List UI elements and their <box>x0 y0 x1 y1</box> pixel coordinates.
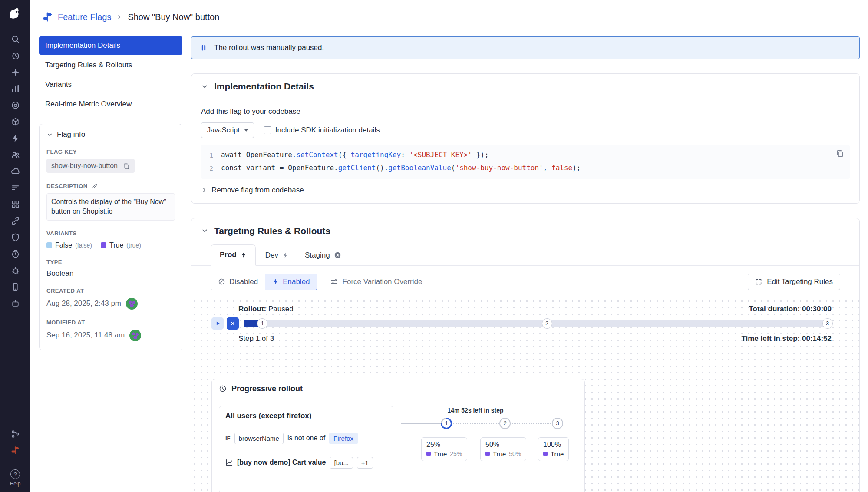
flag-key-value: show-buy-now-button <box>51 162 118 170</box>
security-shield-icon[interactable] <box>11 233 20 242</box>
feature-flags-rail-icon[interactable] <box>10 446 20 455</box>
variant-false: False (false) <box>46 241 92 249</box>
time-left-in-step: Time left in step: 00:14:52 <box>741 334 832 343</box>
slash-circle-icon <box>218 278 225 285</box>
breadcrumb-separator-icon <box>116 13 123 20</box>
rollout-status-row: Rollout: Paused Total duration: 00:30:00 <box>238 305 832 314</box>
type-value: Boolean <box>46 269 175 278</box>
flag-info-header[interactable]: Flag info <box>46 130 175 139</box>
step-variant-name: True <box>551 450 564 458</box>
rule-metric-row: [buy now demo] Cart value [bu... +1 <box>219 451 393 474</box>
step-variant-row: True <box>543 450 564 458</box>
environment-tabs: Prod Dev Staging <box>191 244 859 266</box>
copy-code-icon[interactable] <box>835 149 844 158</box>
datadog-logo-icon[interactable] <box>7 5 24 23</box>
copilot-sparkle-icon[interactable] <box>11 68 20 77</box>
flag-key-label: FLAG KEY <box>46 149 175 155</box>
nav-item-targeting-rules[interactable]: Targeting Rules & Rollouts <box>39 56 182 74</box>
remove-flag-toggle[interactable]: Remove flag from codebase <box>201 186 850 195</box>
force-variation-override-button[interactable]: Force Variation Override <box>330 277 422 286</box>
step-variant-weight: 25% <box>450 450 462 457</box>
edit-targeting-rules-button[interactable]: Edit Targeting Rules <box>748 274 840 290</box>
app-sidebar-rail: ? Help <box>0 0 30 492</box>
logs-icon[interactable] <box>11 183 20 192</box>
flag-left-panel: Implementation Details Targeting Rules &… <box>36 36 182 489</box>
code-line-2: 2const variant = OpenFeature.getClient()… <box>208 162 843 175</box>
rollout-stepper: 14m 52s left in step 1 2 3 25% <box>401 406 578 492</box>
stop-rollout-button[interactable] <box>227 317 239 330</box>
variants-row: False (false) True (true) <box>46 241 175 249</box>
modified-at-value: Sep 16, 2025, 11:48 am <box>46 331 125 340</box>
variant-true-key: (true) <box>126 242 141 249</box>
total-duration: Total duration: 00:30:00 <box>749 305 832 314</box>
bolt-icon <box>272 278 279 285</box>
dashboards-icon[interactable] <box>11 200 20 209</box>
events-icon[interactable] <box>11 134 20 143</box>
line-number: 2 <box>208 162 213 175</box>
targeting-rules-card: Targeting Rules & Rollouts Prod Dev Stag… <box>191 218 860 492</box>
content-row: Implementation Details Targeting Rules &… <box>30 34 868 489</box>
clock-icon <box>219 385 227 393</box>
targeting-rules-header[interactable]: Targeting Rules & Rollouts <box>191 218 859 244</box>
pause-icon <box>200 44 208 52</box>
synthetics-icon[interactable] <box>11 249 20 258</box>
targeting-rules-title: Targeting Rules & Rollouts <box>214 226 330 236</box>
chevron-down-icon <box>46 132 53 138</box>
error-tracking-bug-icon[interactable] <box>11 266 20 275</box>
metric-truncated-pill: [bu... <box>330 457 353 469</box>
breadcrumb-feature-flags-link[interactable]: Feature Flags <box>58 12 111 22</box>
variant-true: True (true) <box>101 241 141 249</box>
nav-item-realtime-metric-overview[interactable]: Real-time Metric Overview <box>39 95 182 113</box>
flag-key-pill: show-buy-now-button <box>46 159 135 173</box>
language-dropdown[interactable]: JavaScript <box>201 122 254 138</box>
code-text: const variant = OpenFeature.getClient().… <box>221 162 581 175</box>
tab-dev[interactable]: Dev <box>258 245 295 265</box>
history-icon[interactable] <box>11 51 20 60</box>
stepper-circle-3: 3 <box>552 418 563 429</box>
stepper-time-left: 14m 52s left in step <box>447 407 503 414</box>
sdk-init-checkbox-row: Include SDK initialization details <box>264 126 380 135</box>
codebase-subtitle: Add this flag to your codebase <box>201 107 850 116</box>
variant-false-key: (false) <box>75 242 92 249</box>
step-variant-name: True <box>434 450 447 458</box>
variant-true-name: True <box>109 241 123 249</box>
integrations-icon[interactable] <box>11 117 20 126</box>
edit-pencil-icon[interactable] <box>92 182 99 189</box>
help-item[interactable]: ? Help <box>10 469 21 487</box>
resume-rollout-button[interactable] <box>211 317 224 330</box>
workflows-branch-icon[interactable] <box>11 429 20 439</box>
implementation-details-body: Add this flag to your codebase JavaScrip… <box>191 99 859 203</box>
tab-prod[interactable]: Prod <box>211 244 256 266</box>
search-icon[interactable] <box>11 35 20 44</box>
nav-item-variants[interactable]: Variants <box>39 76 182 94</box>
stepper-circle-1: 1 <box>441 418 452 429</box>
enabled-button[interactable]: Enabled <box>265 274 317 290</box>
sdk-init-checkbox-label: Include SDK initialization details <box>275 126 380 135</box>
remove-flag-label: Remove flag from codebase <box>211 186 304 195</box>
stepper-solid-line <box>401 423 442 424</box>
org-users-icon[interactable] <box>11 150 20 159</box>
step-indicator: Step 1 of 3 <box>238 334 274 343</box>
llm-robot-icon[interactable] <box>11 299 20 308</box>
step-percentage: 25% <box>426 441 462 449</box>
metrics-icon[interactable] <box>11 84 20 93</box>
disabled-button[interactable]: Disabled <box>211 274 265 290</box>
apm-link-icon[interactable] <box>11 216 20 225</box>
step-variant-name: True <box>493 450 506 458</box>
rule-title: All users (except firefox) <box>219 406 393 426</box>
implementation-details-header[interactable]: Implementation Details <box>191 74 859 99</box>
progressive-rollout-title: Progressive rollout <box>231 384 303 393</box>
sdk-init-checkbox[interactable] <box>264 126 271 134</box>
rollout-progress-bar: 1 2 3 <box>244 320 832 327</box>
copy-icon[interactable] <box>122 162 130 170</box>
line-number: 1 <box>208 149 213 162</box>
rum-mobile-icon[interactable] <box>11 282 20 291</box>
work-area: The rollout was manually paused. Impleme… <box>191 36 860 489</box>
disabled-button-label: Disabled <box>229 277 258 286</box>
metric-more-pill[interactable]: +1 <box>357 457 373 469</box>
variant-false-swatch <box>46 242 52 248</box>
cloud-icon[interactable] <box>11 167 20 176</box>
nav-item-implementation-details[interactable]: Implementation Details <box>39 36 182 55</box>
tab-staging[interactable]: Staging <box>298 245 348 265</box>
monitors-icon[interactable] <box>11 101 20 110</box>
